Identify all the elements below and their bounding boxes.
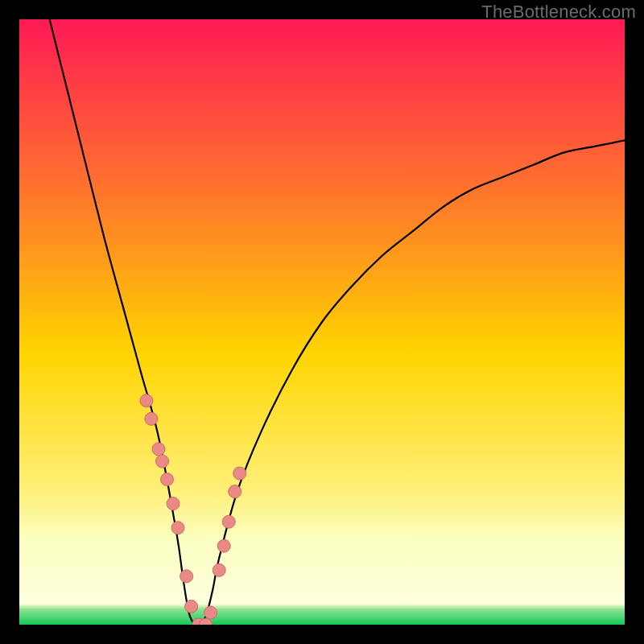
curve-marker: [171, 522, 184, 535]
curve-marker: [140, 394, 153, 407]
curve-marker: [167, 497, 180, 510]
curve-marker: [185, 600, 198, 613]
curve-marker: [156, 455, 169, 468]
curve-marker: [217, 539, 230, 552]
curve-marker: [213, 564, 225, 576]
curve-marker: [152, 443, 165, 456]
watermark-text: TheBottleneck.com: [481, 2, 636, 23]
curve-marker: [229, 485, 242, 498]
chart-frame: [19, 19, 625, 625]
curve-marker: [145, 412, 158, 425]
curve-marker: [222, 515, 235, 528]
curve-marker: [204, 606, 217, 619]
curve-marker: [180, 570, 193, 583]
curve-marker: [161, 473, 174, 486]
bottleneck-chart: [19, 19, 625, 625]
curve-marker: [233, 467, 246, 480]
